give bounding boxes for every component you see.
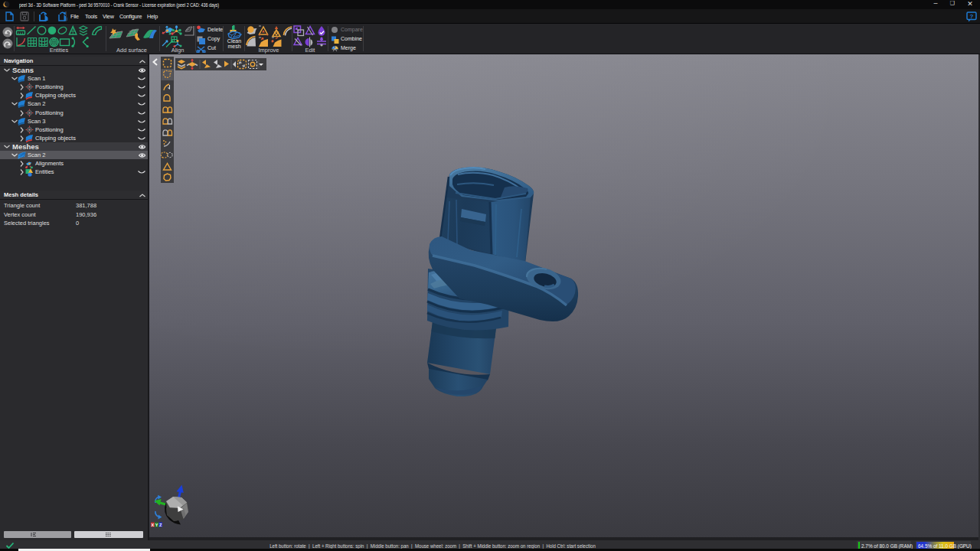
svg-text:X: X bbox=[152, 523, 155, 527]
svg-text:Y: Y bbox=[155, 523, 158, 527]
svg-text:?: ? bbox=[970, 13, 974, 20]
